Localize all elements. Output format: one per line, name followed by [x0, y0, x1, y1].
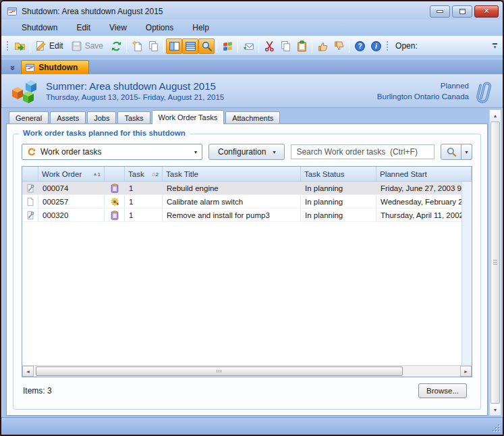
send-email-button[interactable] [240, 38, 256, 54]
edit-button[interactable]: Edit [32, 38, 68, 54]
reject-button[interactable] [331, 38, 347, 54]
windows-button[interactable] [219, 38, 235, 54]
record-date-range: Thursday, August 13, 2015- Friday, Augus… [46, 93, 369, 101]
scroll-down-button[interactable]: ▼ [490, 404, 501, 415]
search-options-button[interactable]: ▾ [461, 144, 472, 160]
record-header: Summer: Area shutdown August 2015 Thursd… [1, 74, 503, 108]
configuration-button[interactable]: Configuration ▾ [208, 144, 285, 160]
paste-button[interactable] [293, 38, 310, 54]
magnifier-icon [201, 40, 213, 52]
planned-start-cell: Thursday, April 11, 2002 8:19:04 [376, 209, 461, 221]
browse-button[interactable]: Browse... [418, 383, 467, 398]
resize-grip[interactable] [491, 423, 500, 432]
task-type-cell [105, 209, 125, 221]
copy-document-button[interactable] [145, 38, 161, 54]
toolbar-separator [349, 40, 349, 53]
search-input[interactable] [291, 144, 435, 159]
scroll-up-button[interactable]: ▲ [490, 110, 501, 121]
tab-assets[interactable]: Assets [50, 111, 86, 124]
toolbar-separator [30, 40, 30, 53]
exit-button[interactable] [11, 38, 28, 54]
horizontal-scroll-thumb[interactable] [36, 366, 403, 376]
help-button[interactable]: ? [352, 38, 368, 54]
table-row[interactable]: 000257 1 Calibrate alarm switch In plann… [22, 195, 461, 209]
menu-edit[interactable]: Edit [67, 21, 100, 34]
info-icon: i [370, 40, 382, 52]
column-header-row-icon[interactable] [22, 167, 38, 181]
horizontal-scroll-track[interactable] [34, 366, 460, 377]
menu-bar: Shutdown Edit View Options Help [1, 20, 503, 36]
search-icon [446, 146, 457, 157]
planned-start-cell: Friday, June 27, 2003 9:16:30 AM [376, 182, 461, 194]
restore-icon [459, 9, 466, 14]
column-header-planned-start[interactable]: Planned Start [376, 167, 472, 181]
work-order-cell: 000257 [38, 195, 105, 208]
view-selector-combobox[interactable]: Work order tasks ▾ [22, 144, 202, 160]
toolbar-separator [258, 40, 259, 53]
thumbs-down-icon [333, 40, 345, 52]
task-status-cell: In planning [301, 209, 376, 221]
copy-button[interactable] [277, 38, 293, 54]
restore-button[interactable] [452, 5, 472, 18]
column-header-task-status[interactable]: Task Status [301, 167, 376, 181]
toolbar: Edit Save ? i Open: ▾ [1, 36, 503, 56]
scroll-right-button[interactable]: ► [460, 366, 472, 377]
menu-help[interactable]: Help [183, 21, 219, 34]
scroll-left-button[interactable]: ◄ [22, 366, 34, 377]
grid-header-row: Work Order ▲1 Task △2 Task Title Task St… [22, 167, 472, 182]
exit-folder-icon [14, 40, 26, 52]
approve-button[interactable] [314, 38, 331, 54]
table-row[interactable]: 000320 1 Remove and install for pump3 In… [22, 209, 461, 222]
menu-options[interactable]: Options [136, 21, 183, 34]
split-rows-icon [185, 40, 196, 52]
row-type-cell [22, 182, 38, 194]
column-header-task[interactable]: Task △2 [125, 167, 163, 181]
title-bar: Shutdown: Area shutdown August 2015 ✕ [1, 1, 503, 20]
minimize-button[interactable] [430, 5, 450, 18]
work-order-tasks-groupbox: Work order tasks planned for this shutdo… [13, 134, 481, 410]
column-label: Task Title [166, 170, 198, 178]
search-button[interactable] [441, 144, 461, 160]
tab-work-order-tasks[interactable]: Work Order Tasks [152, 110, 225, 124]
table-row[interactable]: 000074 1 Rebuild engine In planning Frid… [22, 182, 461, 195]
split-columns-view-button[interactable] [166, 38, 182, 54]
work-order-cell: 000074 [38, 182, 105, 194]
attachments-paperclip-icon[interactable] [474, 76, 497, 105]
column-header-task-icon[interactable] [105, 167, 125, 181]
cut-button[interactable] [261, 38, 277, 54]
cut-scissors-icon [264, 40, 275, 52]
view-selector-value: Work order tasks [40, 147, 101, 157]
help-icon: ? [354, 40, 366, 52]
items-count: Items: 3 [23, 386, 52, 396]
column-header-work-order[interactable]: Work Order ▲1 [38, 167, 105, 181]
grid-rows: 000074 1 Rebuild engine In planning Frid… [22, 182, 461, 365]
menu-shutdown[interactable]: Shutdown [12, 21, 67, 34]
column-header-task-title[interactable]: Task Title [163, 167, 301, 181]
tab-jobs[interactable]: Jobs [87, 111, 116, 124]
close-button[interactable]: ✕ [474, 5, 499, 18]
task-cell: 1 [125, 195, 163, 208]
split-rows-view-button[interactable] [182, 38, 198, 54]
work-order-tasks-grid: Work Order ▲1 Task △2 Task Title Task St… [22, 166, 472, 377]
new-button[interactable] [129, 38, 145, 54]
save-button[interactable]: Save [68, 38, 108, 54]
task-status-cell: In planning [301, 182, 376, 194]
toolbar-separator [312, 40, 312, 53]
refresh-button[interactable] [108, 38, 124, 54]
workspace-tab-shutdown[interactable]: Shutdown [21, 60, 89, 74]
info-button[interactable]: i [368, 38, 384, 54]
vertical-scroll-thumb[interactable] [491, 121, 500, 404]
configuration-label: Configuration [218, 147, 266, 157]
content-area: General Assets Jobs Tasks Work Order Tas… [1, 108, 503, 417]
collapse-chevron-icon[interactable]: » [8, 65, 18, 70]
save-button-label: Save [85, 41, 103, 51]
menu-view[interactable]: View [100, 21, 136, 34]
copy-icon [148, 40, 159, 52]
grid-vertical-scrollbar[interactable] [461, 182, 472, 365]
toolbar-overflow-button[interactable]: ▾ [490, 42, 500, 51]
zoom-view-button[interactable] [198, 38, 215, 54]
tab-attachments[interactable]: Attachments [225, 111, 280, 124]
tab-tasks[interactable]: Tasks [117, 111, 150, 124]
tab-general[interactable]: General [9, 111, 49, 124]
record-title: Summer: Area shutdown August 2015 [46, 80, 369, 92]
